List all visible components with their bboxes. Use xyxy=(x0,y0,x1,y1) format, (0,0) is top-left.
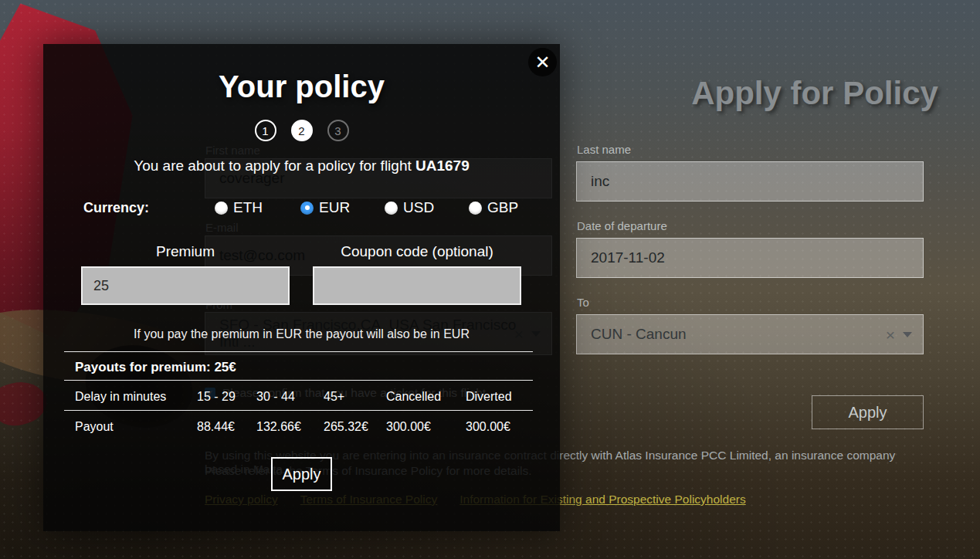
payout-45plus: 265.32€ xyxy=(324,420,386,434)
currency-option-label: USD xyxy=(403,199,434,216)
modal-apply-button[interactable]: Apply xyxy=(271,457,332,491)
flight-number: UA1679 xyxy=(415,158,470,174)
radio-checked-icon[interactable] xyxy=(300,202,314,215)
step-indicator: 1 2 3 xyxy=(43,120,560,141)
modal-title: Your policy xyxy=(43,69,560,104)
last-name-field[interactable] xyxy=(576,161,924,202)
departure-date-label: Date of departure xyxy=(577,219,667,232)
col-45plus: 45+ xyxy=(324,390,386,404)
payout-cancelled: 300.00€ xyxy=(386,420,466,434)
to-label: To xyxy=(577,296,589,309)
currency-option-eur-selected[interactable]: EUR xyxy=(300,199,350,216)
premium-label: Premium xyxy=(81,243,290,260)
divider xyxy=(64,410,533,411)
coupon-field[interactable] xyxy=(313,266,521,305)
currency-option-label: EUR xyxy=(319,199,350,216)
currency-option-usd[interactable]: USD xyxy=(385,199,434,216)
radio-icon[interactable] xyxy=(215,202,228,215)
col-15-29: 15 - 29 xyxy=(197,390,256,404)
coupon-label: Coupon code (optional) xyxy=(313,243,521,260)
chevron-down-icon[interactable] xyxy=(903,332,912,337)
radio-icon[interactable] xyxy=(385,202,398,215)
divider xyxy=(64,351,533,352)
page-title: Apply for Policy xyxy=(653,75,977,112)
currency-option-label: GBP xyxy=(487,199,518,216)
to-select[interactable]: CUN - Cancun × xyxy=(576,314,924,354)
departure-date-field[interactable] xyxy=(576,238,924,278)
to-select-value: CUN - Cancun xyxy=(591,326,687,343)
currency-label: Currency: xyxy=(83,200,149,216)
payout-15-29: 88.44€ xyxy=(197,420,256,434)
page-apply-button[interactable]: Apply xyxy=(812,395,924,429)
last-name-label: Last name xyxy=(577,143,631,156)
payout-diverted: 300.00€ xyxy=(466,420,535,434)
premium-field[interactable] xyxy=(81,266,290,305)
col-diverted: Diverted xyxy=(466,390,535,404)
flight-intro-text: You are about to apply for a policy for … xyxy=(43,158,560,174)
col-cancelled: Cancelled xyxy=(386,390,466,404)
app-window: Apply for Policy Last name Date of depar… xyxy=(0,0,980,559)
step-2-active[interactable]: 2 xyxy=(291,120,313,141)
clear-icon[interactable]: × xyxy=(886,327,895,343)
policy-modal: ✕ Your policy 1 2 3 You are about to app… xyxy=(43,44,560,531)
col-30-44: 30 - 44 xyxy=(256,390,324,404)
step-3[interactable]: 3 xyxy=(327,120,349,141)
payout-row-label: Payout xyxy=(75,420,197,434)
col-delay: Delay in minutes xyxy=(75,390,197,404)
payout-table-row: Payout 88.44€ 132.66€ 265.32€ 300.00€ 30… xyxy=(75,420,535,434)
payout-30-44: 132.66€ xyxy=(256,420,324,434)
payout-table-header: Delay in minutes 15 - 29 30 - 44 45+ Can… xyxy=(75,390,535,404)
currency-option-label: ETH xyxy=(233,199,263,216)
currency-option-gbp[interactable]: GBP xyxy=(469,199,518,216)
currency-option-eth[interactable]: ETH xyxy=(215,199,263,216)
divider xyxy=(64,380,533,381)
step-1[interactable]: 1 xyxy=(255,120,276,141)
flight-intro-prefix: You are about to apply for a policy for … xyxy=(134,158,415,174)
radio-icon[interactable] xyxy=(469,202,482,215)
currency-note: If you pay the premium in EUR the payout… xyxy=(43,327,560,341)
payouts-title: Payouts for premium: 25€ xyxy=(75,360,236,375)
